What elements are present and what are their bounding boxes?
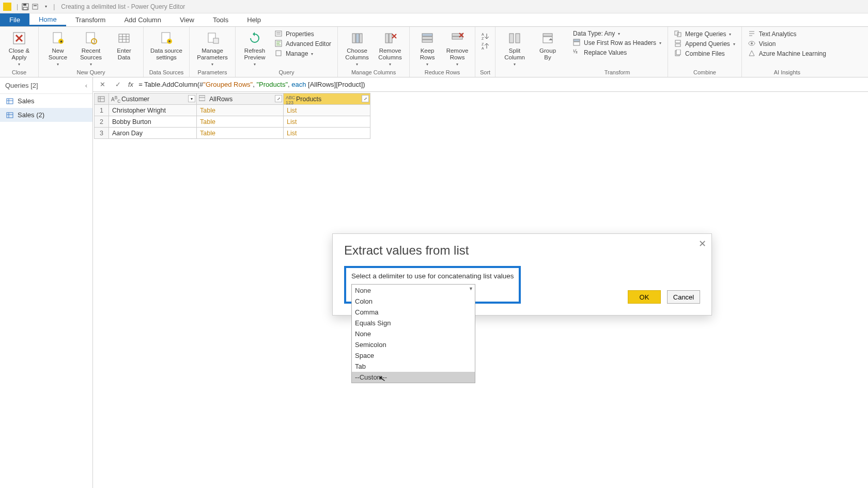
accept-formula-icon[interactable]: ✓ — [113, 81, 123, 88]
choose-columns-button[interactable]: Choose Columns▾ — [342, 29, 372, 67]
replace-values-button[interactable]: ¹⁄₂Replace Values — [571, 49, 663, 57]
column-header-allrows[interactable]: AllRows ⤢ — [197, 93, 284, 105]
manage-parameters-button[interactable]: Manage Parameters▾ — [194, 29, 231, 67]
data-source-settings-button[interactable]: Data source settings — [148, 29, 185, 61]
sort-desc-button[interactable]: ZA — [479, 42, 491, 50]
cell-allrows[interactable]: Table — [197, 105, 284, 116]
sort-asc-button[interactable]: AZ — [479, 32, 491, 40]
properties-button[interactable]: Properties — [273, 30, 333, 38]
grid-corner[interactable] — [95, 93, 109, 105]
cell-allrows[interactable]: Table — [197, 116, 284, 128]
tab-add-column[interactable]: Add Column — [115, 13, 171, 26]
tab-transform[interactable]: Transform — [66, 13, 115, 26]
azure-ml-button[interactable]: Azure Machine Learning — [746, 50, 828, 58]
formula-expression[interactable]: = Table.AddColumn(#"Grouped Rows", "Prod… — [138, 81, 365, 88]
tab-file[interactable]: File — [0, 13, 29, 26]
formula-bar: ✕ ✓ fx = Table.AddColumn(#"Grouped Rows"… — [93, 77, 868, 92]
cancel-button[interactable]: Cancel — [667, 290, 700, 304]
title-bar: | ▾ | Creating a delimited list - Power … — [0, 0, 868, 13]
svg-rect-50 — [677, 33, 681, 37]
manage-button[interactable]: Manage▾ — [273, 50, 333, 58]
cell-customer[interactable]: Bobby Burton — [109, 116, 197, 128]
keep-rows-button[interactable]: Keep Rows▾ — [414, 29, 441, 67]
cell-products[interactable]: List — [284, 116, 370, 128]
svg-text:A: A — [482, 33, 484, 36]
enter-data-button[interactable]: Enter Data — [109, 29, 139, 61]
table-icon — [6, 98, 13, 105]
remove-columns-button[interactable]: Remove Columns▾ — [375, 29, 405, 67]
column-header-products[interactable]: ABC123 Products ⤢ — [284, 93, 370, 105]
query-item-sales-2[interactable]: Sales (2) — [0, 108, 92, 122]
fx-icon[interactable]: fx — [128, 81, 133, 88]
svg-rect-38 — [452, 37, 462, 39]
close-icon[interactable]: ✕ — [699, 238, 706, 249]
group-combine: Merge Queries▾ Append Queries▾ Combine F… — [668, 27, 742, 77]
option-space[interactable]: Space — [352, 350, 475, 361]
svg-point-18 — [168, 40, 171, 42]
option-semicolon[interactable]: Semicolon — [352, 339, 475, 350]
window-title: Creating a delimited list - Power Query … — [61, 3, 185, 10]
option-colon[interactable]: Colon — [352, 296, 475, 307]
delimiter-section: Select a delimiter to use for concatenat… — [344, 266, 521, 304]
svg-rect-36 — [422, 40, 432, 42]
cell-customer[interactable]: Christopher Wright — [109, 105, 197, 116]
append-queries-button[interactable]: Append Queries▾ — [672, 40, 737, 48]
vision-button[interactable]: Vision — [746, 40, 828, 48]
svg-rect-1 — [23, 4, 26, 6]
svg-rect-21 — [275, 31, 282, 36]
query-item-sales[interactable]: Sales — [0, 94, 92, 108]
group-label-query: Query — [279, 68, 295, 77]
tab-help[interactable]: Help — [238, 13, 270, 26]
tab-tools[interactable]: Tools — [204, 13, 238, 26]
ribbon: Close & Apply▾ Close ★ New Source▾ Recen… — [0, 27, 868, 77]
column-filter-icon[interactable]: ▾ — [188, 95, 195, 102]
cell-allrows[interactable]: Table — [197, 128, 284, 139]
query-label: Sales (2) — [18, 111, 44, 119]
collapse-queries-icon[interactable]: ‹ — [85, 82, 87, 89]
column-expand-icon[interactable]: ⤢ — [362, 95, 369, 102]
close-apply-button[interactable]: Close & Apply▾ — [4, 29, 34, 67]
new-source-button[interactable]: ★ New Source▾ — [43, 29, 73, 67]
column-expand-icon[interactable]: ⤢ — [275, 95, 282, 102]
column-header-customer[interactable]: ABC Customer ▾ — [109, 93, 197, 105]
table-row[interactable]: 1 Christopher Wright Table List — [95, 105, 370, 116]
table-row[interactable]: 2 Bobby Burton Table List — [95, 116, 370, 128]
group-ai: Text Analytics Vision Azure Machine Lear… — [742, 27, 832, 77]
cell-customer[interactable]: Aaron Day — [109, 128, 197, 139]
option-comma[interactable]: Comma — [352, 307, 475, 318]
first-row-headers-button[interactable]: Use First Row as Headers▾ — [571, 39, 663, 47]
group-label-data-sources: Data Sources — [149, 68, 184, 77]
dropdown-icon[interactable]: ▾ — [42, 3, 50, 11]
delimiter-combo[interactable]: ▼ Colon Comma Equals Sign None Semicolon… — [351, 284, 475, 296]
refresh-preview-button[interactable]: Refresh Preview▾ — [240, 29, 270, 67]
undo-icon[interactable] — [32, 3, 40, 11]
group-new-query: ★ New Source▾ Recent Sources▾ Enter Data… — [39, 27, 144, 77]
tab-view[interactable]: View — [171, 13, 204, 26]
cell-products[interactable]: List — [284, 105, 370, 116]
svg-rect-60 — [7, 99, 13, 104]
option-equals[interactable]: Equals Sign — [352, 318, 475, 328]
delimiter-input[interactable] — [351, 284, 475, 296]
type-table-icon — [199, 95, 205, 101]
cancel-formula-icon[interactable]: ✕ — [97, 81, 107, 88]
ok-button[interactable]: OK — [628, 290, 661, 304]
option-tab[interactable]: Tab — [352, 361, 475, 372]
group-label-new-query: New Query — [76, 68, 105, 77]
remove-rows-button[interactable]: Remove Rows▾ — [444, 29, 471, 67]
tab-home[interactable]: Home — [29, 13, 66, 26]
group-label-transform: Transform — [605, 68, 630, 77]
combine-files-button[interactable]: Combine Files — [672, 50, 737, 58]
group-split-group: Split Column▾ Group By — [495, 27, 567, 77]
table-row[interactable]: 3 Aaron Day Table List — [95, 128, 370, 139]
data-type-button[interactable]: Data Type: Any▾ — [571, 30, 663, 37]
group-by-button[interactable]: Group By — [533, 29, 563, 61]
recent-sources-button[interactable]: Recent Sources▾ — [76, 29, 106, 67]
save-icon[interactable] — [21, 3, 29, 11]
text-analytics-button[interactable]: Text Analytics — [746, 30, 828, 38]
option-none[interactable]: None — [352, 328, 475, 339]
merge-queries-button[interactable]: Merge Queries▾ — [672, 30, 737, 38]
cell-products[interactable]: List — [284, 128, 370, 139]
option-custom[interactable]: --Custom-- — [352, 372, 475, 383]
split-column-button[interactable]: Split Column▾ — [500, 29, 530, 67]
advanced-editor-button[interactable]: Advanced Editor — [273, 40, 333, 48]
